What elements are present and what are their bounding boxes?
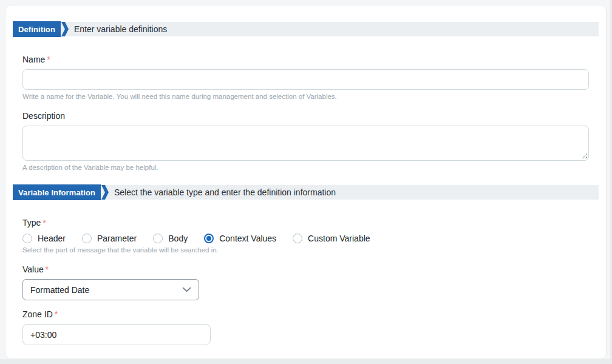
- radio-custom-variable[interactable]: Custom Variable: [293, 234, 370, 243]
- chevron-down-icon: [182, 287, 191, 292]
- type-label-text: Type: [22, 218, 41, 228]
- description-textarea-wrap: [22, 126, 589, 161]
- radio-unselected-icon: [153, 234, 163, 243]
- zone-id-label-text: Zone ID: [22, 309, 53, 319]
- form-card: Definition Enter variable definitions Na…: [5, 5, 607, 359]
- radio-body-label: Body: [168, 234, 188, 243]
- bottom-strip: [0, 359, 612, 364]
- radio-context-values[interactable]: Context Values: [204, 234, 276, 243]
- name-label: Name*: [22, 55, 589, 64]
- radio-unselected-icon: [293, 234, 302, 243]
- required-asterisk: *: [55, 309, 58, 319]
- zone-id-input[interactable]: [22, 324, 211, 345]
- variable-information-badge-label: Variable Information: [18, 188, 95, 197]
- value-select-selected-option: Formatted Date: [30, 285, 89, 295]
- section-description: Select the variable type and enter the d…: [114, 187, 336, 197]
- radio-custom-variable-label: Custom Variable: [308, 234, 370, 243]
- required-asterisk: *: [46, 265, 49, 274]
- type-help-text: Select the part of message that the vari…: [22, 246, 589, 254]
- section-header-variable-information: Variable Information Select the variable…: [13, 185, 599, 200]
- description-label-text: Description: [22, 111, 65, 121]
- name-input[interactable]: [22, 69, 589, 90]
- radio-selected-icon: [204, 234, 214, 243]
- radio-header-label: Header: [38, 234, 66, 243]
- radio-unselected-icon: [82, 234, 92, 243]
- description-label: Description: [22, 111, 589, 121]
- badge-arrow-icon: [101, 185, 109, 200]
- value-label: Value*: [22, 265, 589, 274]
- radio-parameter-label: Parameter: [97, 234, 137, 243]
- required-asterisk: *: [42, 218, 46, 228]
- section-header-definition: Definition Enter variable definitions: [13, 22, 599, 36]
- name-help-text: Write a name for the Variable. You will …: [22, 93, 589, 101]
- definition-badge-label: Definition: [18, 25, 55, 34]
- radio-body[interactable]: Body: [153, 234, 188, 243]
- radio-parameter[interactable]: Parameter: [82, 234, 137, 243]
- variable-information-badge: Variable Information: [13, 184, 101, 200]
- definition-badge: Definition: [13, 21, 61, 37]
- radio-header[interactable]: Header: [22, 234, 66, 243]
- required-asterisk: *: [47, 55, 50, 64]
- type-radio-group: Header Parameter Body Context Values Cus…: [22, 234, 589, 243]
- name-label-text: Name: [22, 55, 45, 64]
- section-description: Enter variable definitions: [74, 24, 167, 34]
- badge-arrow-icon: [61, 22, 69, 36]
- description-help-text: A description of the Variable may be hel…: [22, 164, 589, 172]
- radio-unselected-icon: [22, 234, 32, 243]
- zone-id-label: Zone ID*: [22, 309, 589, 319]
- radio-context-values-label: Context Values: [219, 234, 276, 243]
- value-label-text: Value: [22, 265, 44, 274]
- value-select[interactable]: Formatted Date: [22, 279, 199, 300]
- description-textarea[interactable]: [22, 126, 589, 161]
- type-label: Type*: [22, 218, 589, 228]
